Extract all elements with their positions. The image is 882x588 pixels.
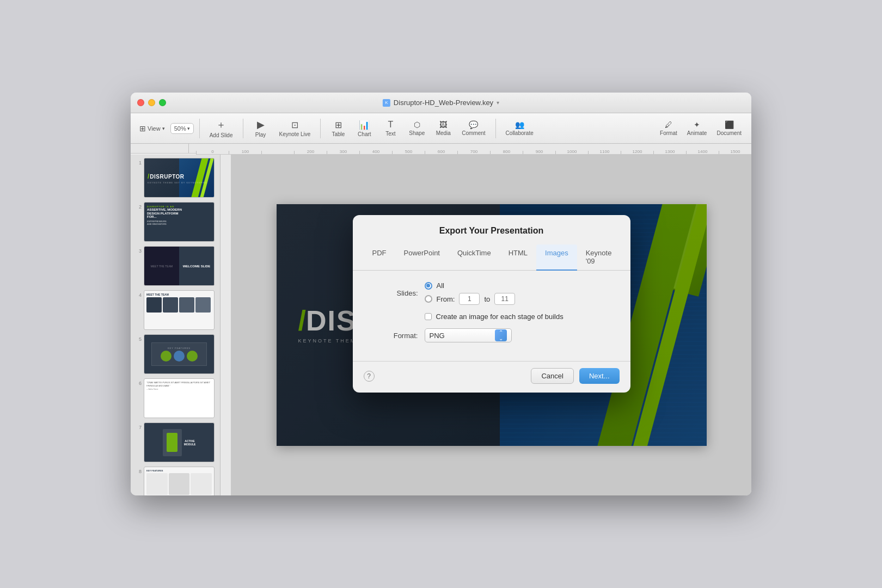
shape-button[interactable]: ⬡ Shape xyxy=(405,118,429,138)
slide-number-2: 2 xyxy=(134,204,142,210)
format-label: Format: xyxy=(375,332,418,340)
slide-number-7: 7 xyxy=(134,425,142,430)
separator-4 xyxy=(495,119,496,138)
slide-number-1: 1 xyxy=(134,160,142,166)
builds-checkbox[interactable] xyxy=(425,313,432,320)
tab-powerpoint[interactable]: PowerPoint xyxy=(395,244,449,271)
comment-button[interactable]: 💬 Comment xyxy=(457,118,489,138)
all-radio[interactable] xyxy=(425,282,432,290)
tab-pdf[interactable]: PDF xyxy=(364,244,395,271)
slide-thumb-6: "CRAS MATTIS PURUS SIT AMET FRINGILLA PU… xyxy=(144,378,215,418)
close-button[interactable] xyxy=(137,99,144,106)
builds-checkbox-row: Create an image for each stage of builds xyxy=(425,313,609,321)
title-bar: K Disruptor-HD_Web-Preview.key ▾ xyxy=(131,93,751,113)
to-value-box[interactable]: 11 xyxy=(494,293,515,305)
ruler-tick xyxy=(261,151,294,154)
toolbar: ⊞ View ▾ 50% ▾ ＋ Add Slide ▶ Play ⊡ Keyn… xyxy=(131,113,751,144)
ruler-tick: 0 xyxy=(196,151,229,154)
builds-checkbox-label: Create an image for each stage of builds xyxy=(436,313,564,321)
ruler-row: 0 100 200 300 400 500 600 700 800 900 10… xyxy=(131,144,751,155)
collaborate-button[interactable]: 👥 Collaborate xyxy=(501,118,538,138)
mac-window: K Disruptor-HD_Web-Preview.key ▾ ⊞ View … xyxy=(131,93,751,495)
window-title: Disruptor-HD_Web-Preview.key xyxy=(394,99,493,107)
v-ruler-corner xyxy=(189,144,196,154)
text-icon: T xyxy=(388,120,393,130)
ruler-tick: 1200 xyxy=(621,151,653,154)
slides-form-row: Slides: All From: xyxy=(375,281,609,305)
minimize-button[interactable] xyxy=(148,99,155,106)
from-value-box[interactable]: 1 xyxy=(459,293,480,305)
slide-item-2[interactable]: 2 DISRUPTOR IS AN ASSERTIVE, MODERNDESIG… xyxy=(133,201,218,243)
all-label: All xyxy=(437,281,444,290)
slide-number-5: 5 xyxy=(134,336,142,342)
slide-item-6[interactable]: 6 "CRAS MATTIS PURUS SIT AMET FRINGILLA … xyxy=(133,377,218,419)
slide-thumb-2: DISRUPTOR IS AN ASSERTIVE, MODERNDESIGN … xyxy=(144,202,215,242)
chart-button[interactable]: 📊 Chart xyxy=(352,118,376,139)
main-area: 1 / DISRUPTOR KEYNOTE THEME SET BY KEYNO… xyxy=(131,155,751,495)
slide-item-1[interactable]: 1 / DISRUPTOR KEYNOTE THEME SET BY KEYNO… xyxy=(133,157,218,199)
ruler-tick: 1000 xyxy=(555,151,588,154)
tab-keynote09[interactable]: Keynote '09 xyxy=(577,244,621,271)
slide-item-5[interactable]: 5 KEY FEATURES xyxy=(133,333,218,375)
ruler-tick: 1400 xyxy=(686,151,719,154)
format-value: PNG xyxy=(430,332,445,340)
play-button[interactable]: ▶ Play xyxy=(249,117,273,140)
window-title-area: K Disruptor-HD_Web-Preview.key ▾ xyxy=(383,99,499,107)
dialog-title: Export Your Presentation xyxy=(364,226,620,236)
slide-item-3[interactable]: 3 WELCOME SLIDE MEET THE TEAM xyxy=(133,245,218,287)
help-button[interactable]: ? xyxy=(364,371,375,382)
slide-number-3: 3 xyxy=(134,248,142,254)
format-panel-button[interactable]: 🖊 Format xyxy=(656,118,682,138)
next-button[interactable]: Next... xyxy=(579,368,620,384)
export-dialog: Export Your Presentation PDF PowerPoint … xyxy=(353,215,630,393)
tab-html[interactable]: HTML xyxy=(500,244,536,271)
zoom-button[interactable]: 50% ▾ xyxy=(170,123,194,134)
title-chevron: ▾ xyxy=(497,100,499,106)
media-button[interactable]: 🖼 Media xyxy=(431,118,455,138)
doc-icon: K xyxy=(383,99,390,107)
ruler-tick: 500 xyxy=(392,151,425,154)
slide-thumb-3: WELCOME SLIDE MEET THE TEAM xyxy=(144,246,215,286)
slide-item-7[interactable]: 7 ACTIVEMODULE xyxy=(133,421,218,463)
tab-images[interactable]: Images xyxy=(536,244,577,271)
tab-quicktime[interactable]: QuickTime xyxy=(449,244,500,271)
ruler-tick: 600 xyxy=(425,151,457,154)
slide-item-8[interactable]: 8 KEY FEATURES xyxy=(133,465,218,495)
from-radio[interactable] xyxy=(425,295,432,303)
format-row: Format: PNG ⌃⌄ xyxy=(375,328,609,342)
traffic-lights xyxy=(137,99,166,106)
shape-icon: ⬡ xyxy=(414,120,420,129)
animate-icon: ✦ xyxy=(694,120,700,129)
maximize-button[interactable] xyxy=(159,99,166,106)
dialog-footer: ? Cancel Next... xyxy=(353,361,630,393)
document-button[interactable]: ⬛ Document xyxy=(712,118,746,138)
separator-3 xyxy=(320,119,321,138)
animate-button[interactable]: ✦ Animate xyxy=(683,118,712,138)
media-icon: 🖼 xyxy=(439,120,447,129)
ruler-tick: 400 xyxy=(359,151,392,154)
keynote-live-button[interactable]: ⊡ Keynote Live xyxy=(275,118,315,139)
slide-thumb-8: KEY FEATURES xyxy=(144,467,215,495)
dialog-actions: Cancel Next... xyxy=(531,368,619,384)
add-slide-icon: ＋ xyxy=(216,118,226,131)
format-icon: 🖊 xyxy=(665,120,672,129)
from-radio-row: From: 1 to 11 xyxy=(425,293,516,305)
table-button[interactable]: ⊞ Table xyxy=(326,118,350,139)
all-radio-row: All xyxy=(425,281,516,290)
table-icon: ⊞ xyxy=(335,120,342,130)
slide-item-4[interactable]: 4 MEET THE TEAM xyxy=(133,289,218,331)
cancel-button[interactable]: Cancel xyxy=(531,368,573,384)
to-label: to xyxy=(484,295,490,303)
slide-thumb-1: / DISRUPTOR KEYNOTE THEME SET BY KEYNOTE… xyxy=(144,158,215,198)
chart-icon: 📊 xyxy=(359,120,370,130)
separator-2 xyxy=(243,119,243,138)
view-button[interactable]: ⊞ View ▾ xyxy=(136,122,168,135)
text-button[interactable]: T Text xyxy=(378,118,402,139)
v-ruler xyxy=(220,155,231,495)
format-select[interactable]: PNG ⌃⌄ xyxy=(425,328,512,342)
comment-icon: 💬 xyxy=(469,120,478,129)
add-slide-button[interactable]: ＋ Add Slide xyxy=(205,116,237,140)
slides-radio-group: All From: 1 to xyxy=(425,281,516,305)
canvas-area: / DISRUPTOR KEYNOTE THEME SET BY KEYNOTE… xyxy=(231,155,751,495)
dialog-overlay: Export Your Presentation PDF PowerPoint … xyxy=(277,204,707,446)
